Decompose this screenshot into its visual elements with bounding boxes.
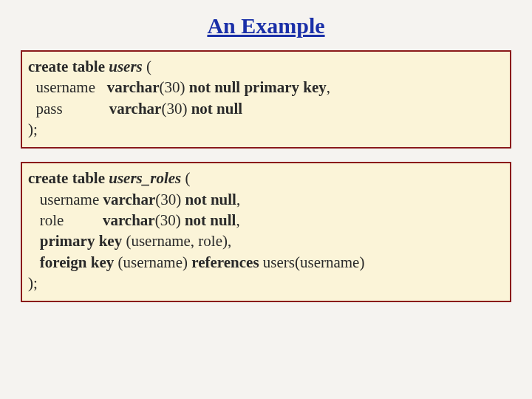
keyword: varchar	[107, 78, 160, 96]
keyword: primary key	[28, 232, 126, 250]
code-line: );	[28, 119, 504, 140]
identifier: users	[109, 58, 143, 75]
text: username	[28, 191, 103, 208]
text: (30)	[155, 191, 181, 208]
text: pass	[28, 100, 109, 117]
keyword: not null	[181, 191, 236, 208]
code-line: foreign key (username) references users(…	[28, 252, 504, 273]
text: (	[143, 58, 151, 75]
text: );	[28, 274, 38, 292]
keyword: varchar	[109, 100, 162, 117]
keyword: create table	[28, 169, 109, 187]
text: (username, role),	[126, 232, 231, 250]
keyword: foreign key	[28, 253, 118, 271]
text: users(username)	[263, 253, 365, 271]
code-line: create table users_roles (	[28, 168, 504, 188]
code-line: );	[28, 273, 504, 293]
text: (	[181, 169, 190, 187]
code-line: primary key (username, role),	[28, 231, 504, 251]
text: (30)	[161, 100, 187, 117]
keyword: varchar	[103, 211, 155, 229]
text: ,	[236, 211, 239, 229]
code-line: pass varchar(30) not null	[28, 98, 504, 119]
keyword: references	[191, 253, 263, 271]
code-line: create table users (	[28, 56, 504, 77]
text: ,	[327, 78, 330, 96]
code-block-users-roles: create table users_roles ( username varc…	[21, 162, 511, 302]
text: ,	[236, 191, 240, 208]
text: (30)	[155, 211, 181, 229]
text: );	[28, 120, 38, 138]
text: (username)	[118, 253, 192, 271]
code-line: username varchar(30) not null primary ke…	[28, 77, 504, 98]
code-line: username varchar(30) not null,	[28, 189, 504, 210]
keyword: varchar	[103, 191, 155, 208]
code-line: role varchar(30) not null,	[28, 210, 504, 231]
text: username	[28, 78, 107, 96]
keyword: not null	[187, 100, 242, 117]
slide: An Example create table users ( username…	[0, 0, 532, 399]
keyword: create table	[28, 58, 109, 75]
text: (30)	[159, 78, 185, 96]
keyword: not null primary key	[185, 78, 326, 96]
text: role	[28, 211, 103, 229]
identifier: users_roles	[109, 169, 181, 187]
slide-title: An Example	[0, 13, 532, 38]
code-block-users: create table users ( username varchar(30…	[21, 50, 511, 149]
keyword: not null	[181, 211, 236, 229]
